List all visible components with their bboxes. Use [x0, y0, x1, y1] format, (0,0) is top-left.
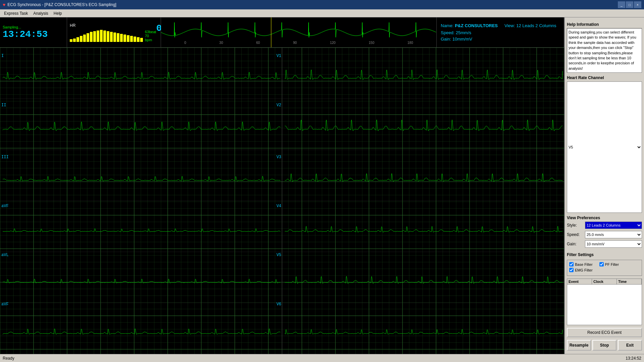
maximize-button[interactable]: □ — [626, 1, 633, 8]
lead-label-I: I — [1, 54, 4, 58]
lead-label-V5: V5 — [276, 253, 281, 257]
patient-name: P&Z CONSULTORES — [455, 23, 498, 28]
lead-label-aVL: aVL — [1, 253, 9, 257]
ruler-tick-150: 150 — [369, 41, 374, 45]
lead-label-II: II — [1, 103, 6, 108]
lead-label-V4: V4 — [276, 204, 281, 208]
window-controls: _ □ × — [618, 1, 641, 8]
menu-analysis[interactable]: Analysis — [31, 10, 51, 16]
wave-preview-panel: 0 30 60 90 120 150 180 — [161, 17, 437, 47]
gain-label: Gain: — [567, 242, 584, 246]
sampling-label: Sampling... — [3, 25, 64, 29]
minimize-button[interactable]: _ — [618, 1, 625, 8]
ruler-tick-60: 60 — [256, 41, 260, 45]
base-filter-checkbox[interactable] — [569, 262, 574, 266]
lead-label-V2: V2 — [276, 103, 281, 108]
lead-label-V1: V1 — [276, 54, 281, 58]
wave-ruler: 0 30 60 90 120 150 180 — [161, 41, 436, 45]
ecg-grid: I II III aVF aVL aVF V1 V2 V3 V4 V5 V6 — [0, 48, 564, 354]
time-panel: Sampling... 13:24:53 — [0, 17, 67, 47]
pf-filter-label: PF Filter — [605, 262, 619, 266]
hr-bar-chart — [70, 30, 143, 42]
lead-label-aVF: aVF — [1, 204, 9, 208]
emg-filter-checkbox[interactable] — [569, 268, 574, 272]
app-icon: ♥ — [3, 2, 5, 7]
hr-beat: 63beat — [145, 30, 156, 34]
ruler-tick-0: 0 — [184, 41, 186, 45]
event-table-body — [567, 285, 642, 325]
event-col-event: Event — [567, 279, 592, 284]
title-text: ECG Synchronous - [P&Z CONSULTORES's ECG… — [7, 2, 116, 7]
exit-button[interactable]: Exit — [618, 340, 642, 351]
lead-label-V3: V3 — [276, 155, 281, 160]
ecg-area: Sampling... 13:24:53 HR 63beat — [0, 17, 564, 354]
gain-select[interactable]: 10 mm/mV 5 mm/mV 20 mm/mV — [585, 240, 642, 248]
filter-row-2: EMG Filter — [569, 268, 640, 272]
view-pref-title: View Preferences — [567, 216, 642, 220]
gain-info: Gain: 10mm/mV — [441, 37, 560, 42]
hr-bpm: 70 bpm — [145, 34, 156, 42]
lead-label-aVF2: aVF — [1, 302, 9, 307]
info-panel: Name: P&Z CONSULTORES View: 12 Leads 2 C… — [437, 17, 564, 47]
speed-select[interactable]: 25.0 mm/s 12.5 mm/s 50.0 mm/s — [585, 231, 642, 238]
speed-info: Speed: 25mm/s — [441, 30, 560, 35]
main-container: Sampling... 13:24:53 HR 63beat — [0, 17, 644, 354]
pf-filter-item: PF Filter — [599, 262, 619, 266]
titlebar: ♥ ECG Synchronous - [P&Z CONSULTORES's E… — [0, 0, 644, 9]
ruler-tick-120: 120 — [330, 41, 336, 45]
emg-filter-item: EMG Filter — [569, 268, 593, 272]
bottom-buttons: Resample Stop Exit — [567, 339, 642, 352]
ecg-header: Sampling... 13:24:53 HR 63beat — [0, 17, 564, 48]
menubar: Express Task Analysis Help — [0, 9, 644, 17]
ruler-tick-90: 90 — [293, 41, 297, 45]
base-filter-label: Base Filter — [575, 262, 593, 266]
view-value-header: View: 12 Leads 2 Columns — [504, 23, 556, 28]
style-label: Style: — [567, 223, 584, 228]
emg-filter-label: EMG Filter — [575, 268, 593, 272]
speed-label: Speed: — [567, 232, 584, 237]
base-filter-item: Base Filter — [569, 262, 593, 266]
hr-channel-select[interactable]: V5 V1 V2 V3 V4 V6 — [567, 81, 642, 213]
record-ecg-button[interactable]: Record ECG Event — [567, 328, 642, 337]
filter-title: Filter Settings — [567, 252, 642, 257]
help-title: Help Information — [567, 22, 642, 27]
ruler-tick-180: 180 — [408, 41, 413, 45]
style-select[interactable]: 12 Leads 2 Columns 12 Leads 1 Column 6 L… — [585, 222, 642, 229]
hr-panel: HR 63beat 70 bpm 01:04 — [67, 17, 161, 47]
clock-display: 13:24:53 — [3, 29, 64, 40]
statusbar: Ready 13:24:52 — [0, 354, 644, 362]
event-table-header: Event Clock Time — [567, 279, 642, 285]
menu-help[interactable]: Help — [51, 10, 65, 16]
style-row: Style: 12 Leads 2 Columns 12 Leads 1 Col… — [567, 222, 642, 229]
ecg-canvas — [0, 48, 564, 354]
pf-filter-checkbox[interactable] — [599, 262, 604, 266]
lead-label-III: III — [1, 155, 9, 160]
ruler-tick-30: 30 — [219, 41, 223, 45]
status-text: Ready — [3, 356, 14, 361]
gain-row: Gain: 10 mm/mV 5 mm/mV 20 mm/mV — [567, 240, 642, 248]
filter-section: Base Filter PF Filter EMG Filter — [567, 260, 642, 276]
event-col-time: Time — [617, 279, 642, 284]
hr-channel-title: Heart Rate Channel — [567, 75, 642, 80]
event-table: Event Clock Time — [567, 279, 642, 325]
menu-express-task[interactable]: Express Task — [1, 10, 31, 16]
right-panel: Help Information During sampling,you can… — [564, 17, 644, 354]
patient-name-label: Name: P&Z CONSULTORES — [441, 23, 498, 28]
close-button[interactable]: × — [634, 1, 641, 8]
help-text: During sampling,you can select different… — [567, 28, 642, 73]
hr-label: HR — [70, 23, 156, 28]
filter-row-1: Base Filter PF Filter — [569, 262, 640, 266]
speed-row: Speed: 25.0 mm/s 12.5 mm/s 50.0 mm/s — [567, 231, 642, 238]
stop-button[interactable]: Stop — [592, 340, 616, 351]
lead-label-V6: V6 — [276, 302, 281, 307]
resample-button[interactable]: Resample — [567, 340, 591, 351]
status-time: 13:24:52 — [626, 356, 641, 361]
event-col-clock: Clock — [592, 279, 617, 284]
